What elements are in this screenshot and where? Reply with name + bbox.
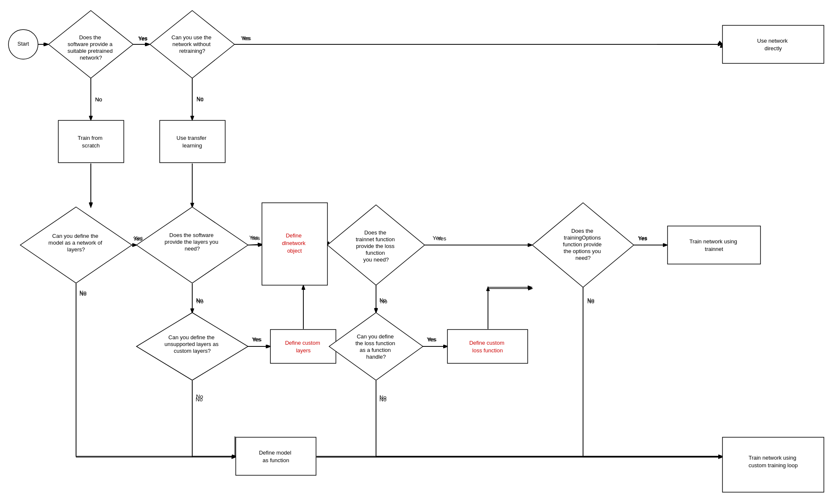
use-network-rect [722,25,824,63]
svg-text:No: No [95,96,102,103]
svg-text:No: No [79,289,87,296]
svg-text:Yes: Yes [134,235,143,241]
transfer-learning-rect [160,120,225,163]
define-model-rect [236,437,316,475]
svg-text:No: No [587,297,594,303]
svg-text:Yes: Yes [427,336,436,343]
svg-text:No: No [196,95,204,102]
svg-text:No: No [379,297,387,303]
svg-text:Yes: Yes [138,35,147,42]
start-label: Start [17,41,29,47]
svg-text:Yes: Yes [251,235,260,241]
svg-text:Yes: Yes [433,235,442,241]
svg-text:No: No [379,394,387,400]
svg-line-37 [721,44,722,44]
train-scratch-rect [58,120,124,163]
custom-layers-rect [270,330,336,363]
svg-text:Yes: Yes [252,336,261,343]
trainnet-rect [668,226,760,264]
svg-text:No: No [196,297,203,303]
svg-text:Yes: Yes [638,235,648,241]
custom-loss-rect [447,330,528,363]
svg-text:No: No [196,393,203,400]
svg-text:Yes: Yes [242,35,251,41]
